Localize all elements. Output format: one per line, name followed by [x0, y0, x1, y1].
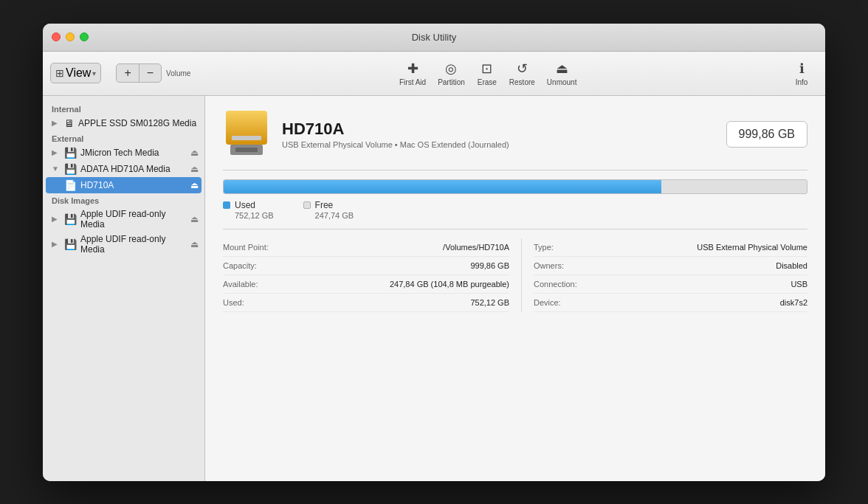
storage-legend: Used 752,12 GB Free 247,74 GB: [223, 200, 807, 220]
info-value: USB: [600, 280, 807, 289]
free-dot: [303, 201, 311, 209]
sidebar-item-jmicron[interactable]: ▶ 💾 JMicron Tech Media ⏏: [43, 145, 204, 161]
titlebar: Disk Utility: [43, 24, 825, 52]
info-row-capacity: Capacity: 999,86 GB: [223, 257, 509, 275]
info-label: Used:: [223, 298, 289, 307]
detail-panel: HD710A USB External Physical Volume • Ma…: [205, 96, 825, 481]
info-button[interactable]: ℹ Info: [785, 58, 818, 89]
free-value: 247,74 GB: [315, 211, 354, 220]
restore-label: Restore: [509, 78, 535, 86]
first-aid-label: First Aid: [399, 78, 426, 86]
detail-header: HD710A USB External Physical Volume • Ma…: [223, 111, 807, 158]
disclosure-icon: ▼: [52, 165, 61, 173]
view-button[interactable]: ⊞ View ▾: [50, 63, 101, 83]
info-row-available: Available: 247,84 GB (104,8 MB purgeable…: [223, 275, 509, 294]
disk-icon: 📄: [64, 179, 77, 191]
storage-bar-container: Used 752,12 GB Free 247,74 GB: [223, 179, 807, 220]
info-row-connection: Connection: USB: [534, 275, 807, 294]
svg-rect-1: [232, 136, 261, 140]
restore-button[interactable]: ↺ Restore: [503, 58, 541, 89]
partition-icon: ◎: [445, 61, 457, 77]
chevron-down-icon: ▾: [92, 69, 96, 77]
sidebar-item-label: Apple UDIF read-only Media: [80, 234, 187, 255]
sidebar-item-apple-udif-2[interactable]: ▶ 💾 Apple UDIF read-only Media ⏏: [43, 232, 204, 257]
legend-used: Used 752,12 GB: [223, 200, 274, 220]
sidebar-item-adata-media[interactable]: ▼ 💾 ADATA HD710A Media ⏏: [43, 161, 204, 177]
eject-icon: ⏏: [190, 164, 199, 174]
info-value: USB External Physical Volume: [600, 243, 807, 252]
sidebar-item-apple-ssd[interactable]: ▶ 🖥 APPLE SSD SM0128G Media: [43, 115, 204, 131]
view-icon: ⊞: [55, 67, 64, 79]
disclosure-icon: ▶: [52, 148, 61, 156]
info-value: disk7s2: [600, 298, 807, 307]
sidebar-item-label: APPLE SSD SM0128G Media: [78, 118, 199, 128]
erase-label: Erase: [478, 78, 497, 86]
sidebar-item-label: Apple UDIF read-only Media: [80, 209, 187, 229]
external-header: External: [43, 131, 204, 145]
disk-icon: 💾: [64, 213, 77, 225]
info-label: Type:: [534, 243, 600, 252]
drive-subtitle: USB External Physical Volume • Mac OS Ex…: [282, 140, 714, 149]
close-button[interactable]: [52, 32, 61, 41]
info-row-owners: Owners: Disabled: [534, 257, 807, 275]
sidebar-item-apple-udif-1[interactable]: ▶ 💾 Apple UDIF read-only Media ⏏: [43, 207, 204, 232]
header-divider: [223, 170, 807, 170]
sidebar-item-label: ADATA HD710A Media: [80, 164, 187, 174]
capacity-badge: 999,86 GB: [726, 121, 808, 148]
main-content: Internal ▶ 🖥 APPLE SSD SM0128G Media Ext…: [43, 96, 825, 481]
storage-divider: [223, 229, 807, 229]
info-label: Available:: [223, 280, 289, 289]
info-value: /Volumes/HD710A: [289, 243, 509, 252]
info-value: Disabled: [600, 261, 807, 270]
info-row-mount: Mount Point: /Volumes/HD710A: [223, 238, 509, 257]
info-value: 999,86 GB: [289, 261, 509, 270]
partition-label: Partition: [438, 78, 465, 86]
used-label: Used: [235, 200, 274, 210]
info-row-used: Used: 752,12 GB: [223, 294, 509, 312]
info-label: Capacity:: [223, 261, 289, 270]
used-value: 752,12 GB: [235, 211, 274, 220]
toolbar: ⊞ View ▾ + − Volume ✚ First Aid ◎ Partit…: [43, 52, 825, 96]
unmount-label: Unmount: [547, 78, 577, 86]
unmount-button[interactable]: ⏏ Unmount: [541, 58, 583, 89]
free-label: Free: [315, 200, 354, 210]
info-value: 247,84 GB (104,8 MB purgeable): [289, 280, 509, 289]
storage-bar: [223, 179, 807, 194]
storage-bar-used: [224, 180, 661, 193]
info-label: Connection:: [534, 280, 600, 289]
first-aid-button[interactable]: ✚ First Aid: [393, 58, 432, 89]
volume-label: Volume: [166, 69, 190, 77]
info-col-right: Type: USB External Physical Volume Owner…: [521, 238, 807, 312]
drive-icon: [224, 109, 269, 159]
partition-button[interactable]: ◎ Partition: [432, 58, 471, 89]
sidebar-item-hd710a[interactable]: 📄 HD710A ⏏: [46, 177, 202, 193]
maximize-button[interactable]: [80, 32, 89, 41]
erase-icon: ⊡: [481, 61, 492, 77]
first-aid-icon: ✚: [407, 61, 418, 77]
eject-icon: ⏏: [190, 148, 199, 158]
sidebar-item-label: JMicron Tech Media: [80, 148, 187, 158]
toolbar-actions: ✚ First Aid ◎ Partition ⊡ Erase ↺ Restor…: [393, 58, 582, 89]
internal-header: Internal: [43, 102, 204, 115]
disk-icon: 💾: [64, 147, 77, 159]
sidebar-item-label: HD710A: [80, 180, 187, 190]
erase-button[interactable]: ⊡ Erase: [471, 58, 503, 89]
sidebar: Internal ▶ 🖥 APPLE SSD SM0128G Media Ext…: [43, 96, 205, 481]
remove-volume-button[interactable]: −: [140, 64, 161, 82]
info-label: Device:: [534, 298, 600, 307]
add-remove-group: + −: [116, 63, 162, 83]
minimize-button[interactable]: [66, 32, 75, 41]
info-row-device: Device: disk7s2: [534, 294, 807, 312]
unmount-icon: ⏏: [556, 61, 568, 77]
info-row-type: Type: USB External Physical Volume: [534, 238, 807, 257]
add-volume-button[interactable]: +: [117, 64, 139, 82]
info-value: 752,12 GB: [289, 298, 509, 307]
disclosure-icon: ▶: [52, 215, 61, 223]
disclosure-icon: ▶: [52, 119, 61, 127]
window-title: Disk Utility: [412, 32, 457, 43]
disk-images-header: Disk Images: [43, 193, 204, 207]
eject-icon: ⏏: [190, 214, 199, 224]
traffic-lights: [52, 32, 89, 41]
info-label: Owners:: [534, 261, 600, 270]
detail-title-block: HD710A USB External Physical Volume • Ma…: [282, 120, 714, 149]
